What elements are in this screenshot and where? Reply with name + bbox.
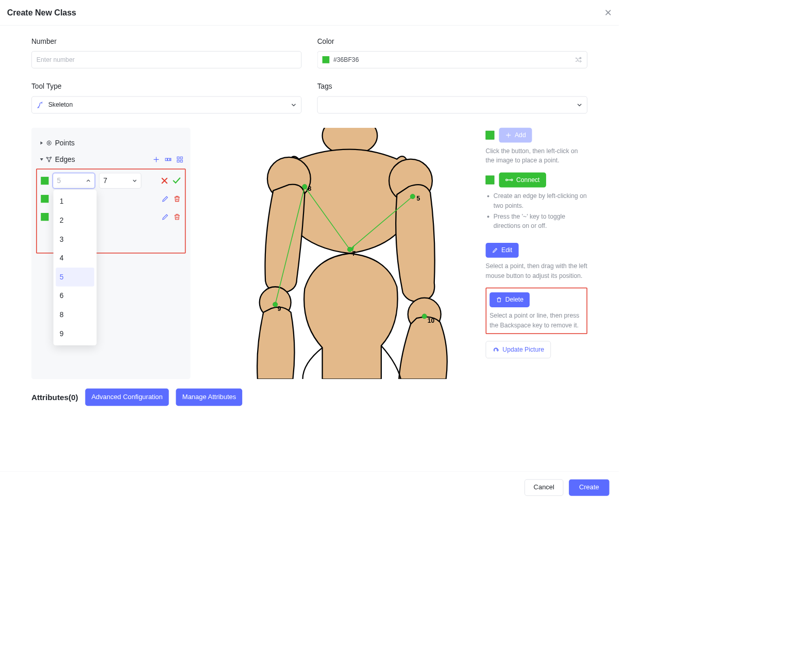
color-value: #36BF36 [333, 56, 359, 63]
cancel-button[interactable]: Cancel [525, 480, 563, 496]
confirm-edge-icon[interactable] [173, 176, 181, 185]
number-input-wrap [31, 51, 301, 69]
svg-point-25 [302, 184, 307, 189]
tooltype-label: Tool Type [31, 82, 301, 91]
svg-rect-5 [165, 158, 167, 161]
connect-help-2: Press the '~' key to toggle directions o… [494, 211, 587, 231]
grid-icon[interactable] [176, 156, 183, 163]
svg-text:5: 5 [416, 195, 420, 202]
svg-point-32 [511, 179, 513, 180]
attributes-title: Attributes(0) [31, 393, 78, 402]
points-label: Points [55, 139, 183, 147]
dropdown-option[interactable]: 2 [54, 211, 97, 230]
add-help: Click the button, then left-click on the… [486, 146, 587, 166]
skeleton-tree-panel: Points Edges [31, 128, 191, 379]
tags-select[interactable] [317, 96, 587, 114]
svg-point-21 [410, 194, 415, 199]
edge-color-swatch[interactable] [41, 195, 48, 203]
update-picture-button[interactable]: Update Picture [486, 341, 551, 359]
delete-edge-icon[interactable] [173, 213, 181, 221]
edit-edge-icon[interactable] [161, 213, 169, 221]
svg-text:7: 7 [352, 250, 356, 257]
svg-point-1 [48, 142, 49, 143]
edit-help: Select a point, then drag with the left … [486, 262, 587, 281]
expand-right-icon[interactable] [39, 141, 45, 145]
modal-title: Create New Class [7, 8, 76, 17]
add-button[interactable]: Add [499, 128, 532, 143]
edge-to-select[interactable]: 7 [99, 173, 141, 188]
shuffle-icon[interactable] [574, 56, 582, 63]
edges-highlight-box: 5 7 [36, 169, 185, 254]
connect-button[interactable]: Connect [499, 173, 546, 188]
edge-from-select[interactable]: 5 [53, 173, 95, 188]
manage-attributes-button[interactable]: Manage Attributes [176, 389, 243, 406]
edit-edge-icon[interactable] [161, 195, 169, 203]
edit-button[interactable]: Edit [486, 243, 519, 258]
svg-rect-6 [168, 158, 170, 161]
target-icon [45, 140, 54, 147]
svg-text:8: 8 [308, 185, 311, 192]
delete-help: Select a point or line, then press the B… [489, 311, 583, 330]
dropdown-option[interactable]: 8 [54, 305, 97, 324]
svg-point-23 [347, 247, 352, 252]
tools-panel: Add Click the button, then left-click on… [486, 128, 587, 379]
delete-edge-icon[interactable] [173, 195, 181, 203]
dropdown-option[interactable]: 6 [54, 286, 97, 305]
dropdown-option[interactable]: 3 [54, 230, 97, 249]
connect-help-1: Create an edge by left-clicking on two p… [494, 191, 587, 211]
modal-footer: Cancel Create [0, 471, 619, 504]
color-label: Color [317, 37, 587, 45]
svg-text:10: 10 [428, 317, 435, 324]
sequence-icon[interactable] [164, 156, 172, 163]
edge-color-swatch[interactable] [41, 177, 48, 185]
expand-down-icon[interactable] [39, 158, 45, 162]
svg-rect-11 [180, 160, 182, 162]
color-input[interactable]: #36BF36 [317, 51, 587, 69]
dropdown-option[interactable]: 4 [54, 249, 97, 268]
svg-point-27 [273, 302, 278, 307]
create-button[interactable]: Create [569, 480, 610, 496]
svg-rect-8 [177, 157, 179, 159]
svg-rect-9 [180, 157, 182, 159]
dropdown-option-selected[interactable]: 5 [56, 268, 94, 287]
svg-point-31 [506, 179, 508, 180]
edges-label: Edges [55, 155, 153, 163]
edge-row-editing: 5 7 [39, 172, 183, 190]
modal-header: Create New Class [0, 0, 619, 26]
color-swatch[interactable] [486, 131, 495, 140]
svg-rect-10 [177, 160, 179, 162]
dropdown-option[interactable]: 9 [54, 324, 97, 343]
chevron-down-icon [291, 102, 297, 108]
dropdown-option[interactable]: 1 [54, 192, 97, 211]
advanced-config-button[interactable]: Advanced Configuration [85, 389, 169, 406]
graph-icon [45, 156, 54, 163]
skeleton-icon [37, 101, 44, 109]
points-row[interactable]: Points [36, 135, 185, 151]
tags-label: Tags [317, 82, 587, 91]
skeleton-canvas[interactable]: 5 7 8 9 10 [205, 128, 471, 379]
color-swatch [323, 56, 330, 63]
color-swatch[interactable] [486, 176, 495, 185]
plus-icon[interactable] [153, 156, 160, 163]
edges-row[interactable]: Edges [36, 151, 185, 168]
tooltype-select[interactable]: Skeleton [31, 96, 301, 114]
cancel-edge-icon[interactable] [161, 177, 168, 185]
close-icon[interactable] [604, 9, 612, 16]
number-input[interactable] [37, 56, 296, 63]
svg-rect-7 [170, 158, 171, 161]
chevron-down-icon [577, 102, 582, 108]
svg-point-29 [422, 314, 427, 319]
edge-color-swatch[interactable] [41, 213, 48, 221]
delete-button[interactable]: Delete [489, 292, 530, 307]
delete-highlight-box: Delete Select a point or line, then pres… [486, 288, 587, 334]
svg-text:9: 9 [278, 305, 281, 312]
number-label: Number [31, 37, 301, 45]
tooltype-value: Skeleton [48, 102, 73, 109]
edge-from-dropdown: 1 2 3 4 5 6 8 9 [54, 190, 97, 345]
